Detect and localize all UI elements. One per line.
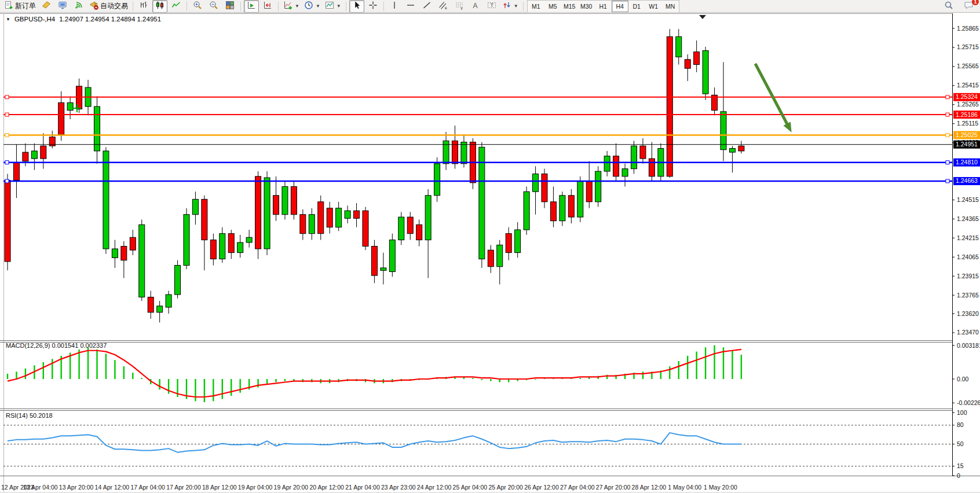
tile-windows-button[interactable] [222,0,237,13]
text-label-icon: T [487,1,496,12]
price-tag-text: 1.25324 [956,93,978,100]
new-order-label: 新订单 [15,1,36,11]
navigator-button[interactable] [55,0,70,13]
text-label-button[interactable]: T [484,0,499,13]
price-tick-label: 1.24515 [957,196,979,203]
svg-text:A: A [473,2,477,10]
timeframe-button-M30[interactable]: M30 [578,1,595,12]
channel-icon: E [438,1,448,12]
market-watch-icon [42,1,51,12]
time-tick-label: 18 Apr 12:00 [202,484,237,491]
macd-tick-label: 0.003181 [957,342,980,349]
search-button[interactable] [941,0,956,13]
chart-shift-icon [263,1,272,12]
trendline-button[interactable] [419,0,434,13]
timeframe-button-MN[interactable]: MN [662,1,679,12]
arrows-icon [502,1,511,12]
crosshair-button[interactable] [365,0,381,13]
line-chart-icon [171,1,181,12]
timeframe-toolbar: M1M5M15M30H1H4D1W1MN [527,0,679,13]
chart-title-row: ▼ GBPUSD-,H4 1.24907 1.24954 1.24894 1.2… [6,16,161,23]
rsi-tick-label: 50 [957,440,964,447]
zoom-out-button[interactable] [206,0,221,13]
price-tag-text: 1.24951 [956,141,978,148]
toolbar-separator [523,2,524,11]
indicators-button[interactable]: ▼ [281,0,301,13]
channel-button[interactable]: E [436,0,451,13]
price-tag-text: 1.24810 [956,159,978,165]
timeframe-button-H1[interactable]: H1 [595,1,612,12]
time-tick-label: 1 May 04:00 [668,484,701,491]
svg-text:F: F [460,7,463,10]
price-tick-label: 1.23915 [957,273,979,279]
horizontal-line-button[interactable] [403,0,418,13]
fibonacci-button[interactable]: F [452,0,467,13]
periods-button[interactable]: ▼ [302,0,322,13]
price-tick-label: 1.24365 [957,215,979,222]
timeframe-button-M5[interactable]: M5 [544,1,561,12]
timeframe-button-M1[interactable]: M1 [528,1,544,12]
price-tag-text: 1.24663 [956,177,978,184]
time-tick-label: 13 Apr 20:00 [59,484,94,491]
time-tick-label: 12 Apr 2023 [1,484,34,491]
chart-plot-area[interactable] [3,14,952,340]
timeframe-button-W1[interactable]: W1 [645,1,662,12]
time-tick-label: 25 Apr 04:00 [453,484,488,491]
price-tick-label: 1.25865 [957,25,979,32]
chart-ohlc-quote: 1.24907 1.24954 1.24894 1.24951 [59,16,161,23]
vertical-line-button[interactable] [387,0,402,13]
timeframe-button-D1[interactable]: D1 [628,1,645,12]
chart-shift-button[interactable] [260,0,275,13]
market-watch-button[interactable] [39,0,54,13]
auto-trading-button[interactable]: 自动交易 [87,0,130,13]
timeframe-button-H4[interactable]: H4 [612,1,628,12]
signals-button[interactable] [71,0,86,13]
toolbar-separator [187,2,187,11]
timeframe-button-M15[interactable]: M15 [561,1,578,12]
notifications-button[interactable]: 1 [961,0,976,13]
time-tick-label: 19 Apr 04:00 [238,484,273,491]
macd-tick-label: 0.00 [957,376,969,382]
auto-scroll-button[interactable] [244,0,259,13]
time-tick-label: 24 Apr 12:00 [417,484,452,491]
navigator-icon [58,1,67,12]
price-tick-label: 1.23620 [957,310,979,317]
bar-chart-button[interactable] [136,0,151,13]
line-chart-button[interactable] [169,0,184,13]
rsi-tick-label: 0 [957,472,960,479]
periods-icon [304,1,313,12]
cursor-button[interactable] [349,0,364,13]
indicators-icon [283,1,292,12]
rsi-tick-label: 15 [957,462,964,469]
chart-canvas[interactable]: MACD(12,26,9) 0.001541 0.002337RSI(14) 5… [0,0,980,493]
bar-chart-icon [139,1,148,12]
price-tick-label: 1.25115 [957,120,978,127]
templates-icon [325,1,334,12]
auto-scroll-icon [247,1,256,12]
time-tick-label: 19 Apr 20:00 [274,484,309,491]
price-tick-label: 1.24065 [957,253,979,260]
one-click-trading-arrow[interactable]: ▼ [6,17,10,22]
search-icon [944,1,953,12]
candlestick-chart-button[interactable] [152,0,167,13]
chevron-down-icon: ▼ [295,3,299,9]
zoom-in-button[interactable] [190,0,205,13]
price-tick-label: 1.25715 [957,43,979,50]
time-tick-label: 1 May 20:00 [704,484,737,491]
new-order-button[interactable]: 新订单 [2,0,38,13]
price-tick-label: 1.25565 [957,62,979,69]
trendline-icon [422,1,432,12]
auto-trading-label: 自动交易 [100,1,128,11]
templates-button[interactable]: ▼ [323,0,343,13]
time-tick-label: 23 Apr 23:00 [381,484,416,491]
price-tick-label: 1.25415 [957,82,979,89]
macd-tick-label: -0.00226 [957,399,980,406]
price-tag-text: 1.25186 [956,111,978,118]
candlestick-chart-icon [155,1,164,12]
time-tick-label: 20 Apr 12:00 [309,484,344,491]
arrows-button[interactable]: ▼ [500,0,520,13]
text-button[interactable]: A [468,0,483,13]
time-tick-label: 21 Apr 04:00 [345,484,380,491]
horizontal-line-icon [406,1,415,12]
time-tick-label: 27 Apr 20:00 [596,484,631,491]
